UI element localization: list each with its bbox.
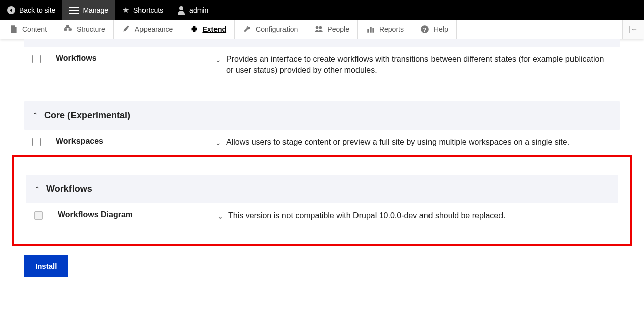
chevron-up-icon: ⌃ xyxy=(34,185,40,193)
reports-icon xyxy=(366,25,375,34)
content-icon xyxy=(9,25,18,34)
admin-menu: Content Structure Appearance Extend Conf… xyxy=(0,20,644,39)
svg-rect-2 xyxy=(69,29,72,30)
module-desc-workflows: Provides an interface to create workflow… xyxy=(226,54,612,76)
menu-content-label: Content xyxy=(22,25,47,33)
svg-point-4 xyxy=(319,26,322,29)
menu-structure-label: Structure xyxy=(77,25,105,33)
collapse-button[interactable]: |← xyxy=(622,20,644,39)
extend-icon xyxy=(189,25,198,34)
module-row-workflows-diagram: Workflows Diagram ⌄ This version is not … xyxy=(26,203,618,229)
checkbox-workflows-diagram xyxy=(34,211,43,220)
svg-text:?: ? xyxy=(423,27,427,33)
module-name-workspaces: Workspaces xyxy=(56,137,207,146)
section-title-core-experimental: Core (Experimental) xyxy=(44,110,130,121)
collapse-icon: |← xyxy=(629,25,638,33)
svg-rect-5 xyxy=(367,29,369,33)
section-header-workflows[interactable]: ⌃ Workflows xyxy=(26,175,618,203)
module-row-workspaces: Workspaces ⌄ Allows users to stage conte… xyxy=(24,130,620,155)
hamburger-icon xyxy=(69,7,79,14)
module-desc-workspaces: Allows users to stage content or preview… xyxy=(226,137,569,148)
manage-button[interactable]: Manage xyxy=(62,0,115,20)
svg-rect-7 xyxy=(372,28,374,33)
back-to-site-button[interactable]: Back to site xyxy=(0,0,62,20)
checkbox-workflows[interactable] xyxy=(32,55,41,63)
top-toolbar: Back to site Manage ★ Shortcuts admin xyxy=(0,0,644,20)
module-name-workflows-diagram: Workflows Diagram xyxy=(58,210,209,219)
svg-rect-0 xyxy=(67,25,69,27)
section-header-core-experimental[interactable]: ⌃ Core (Experimental) xyxy=(24,101,620,130)
menu-reports[interactable]: Reports xyxy=(358,20,412,39)
help-icon: ? xyxy=(420,25,430,34)
user-icon xyxy=(177,6,185,14)
menu-configuration[interactable]: Configuration xyxy=(235,20,306,39)
appearance-icon xyxy=(122,25,131,34)
user-menu-button[interactable]: admin xyxy=(170,0,216,20)
menu-help-label: Help xyxy=(434,25,448,33)
menu-help[interactable]: ? Help xyxy=(412,20,457,39)
star-icon: ★ xyxy=(122,5,129,15)
checkbox-workspaces[interactable] xyxy=(32,138,41,146)
svg-rect-1 xyxy=(64,29,66,30)
manage-label: Manage xyxy=(83,6,108,14)
menu-extend-label: Extend xyxy=(202,25,226,33)
menu-content[interactable]: Content xyxy=(1,20,55,39)
menu-appearance-label: Appearance xyxy=(135,25,173,33)
structure-icon xyxy=(63,25,73,34)
prior-section-header-slice xyxy=(24,39,620,47)
back-icon xyxy=(7,6,15,14)
chevron-down-icon[interactable]: ⌄ xyxy=(215,139,221,147)
svg-point-3 xyxy=(316,26,319,29)
chevron-down-icon[interactable]: ⌄ xyxy=(215,56,221,64)
menu-people[interactable]: People xyxy=(306,20,358,39)
back-label: Back to site xyxy=(19,6,55,14)
menu-people-label: People xyxy=(327,25,349,33)
section-title-workflows: Workflows xyxy=(46,184,92,194)
chevron-down-icon[interactable]: ⌄ xyxy=(217,212,223,220)
chevron-up-icon: ⌃ xyxy=(32,111,38,119)
menu-extend[interactable]: Extend xyxy=(181,20,235,39)
content-area: Workflows ⌄ Provides an interface to cre… xyxy=(0,39,644,297)
install-button[interactable]: Install xyxy=(24,255,68,277)
menu-configuration-label: Configuration xyxy=(256,25,298,33)
configuration-icon xyxy=(243,25,252,34)
menu-appearance[interactable]: Appearance xyxy=(114,20,182,39)
user-label: admin xyxy=(189,6,208,14)
highlight-box: ⌃ Workflows Workflows Diagram ⌄ This ver… xyxy=(12,155,632,245)
module-name-workflows: Workflows xyxy=(56,54,207,63)
module-desc-workflows-diagram: This version is not compatible with Drup… xyxy=(228,210,506,221)
module-row-workflows: Workflows ⌄ Provides an interface to cre… xyxy=(24,47,620,84)
menu-reports-label: Reports xyxy=(379,25,404,33)
shortcuts-button[interactable]: ★ Shortcuts xyxy=(115,0,170,20)
shortcuts-label: Shortcuts xyxy=(133,6,163,14)
svg-rect-6 xyxy=(370,27,371,33)
menu-structure[interactable]: Structure xyxy=(55,20,114,39)
people-icon xyxy=(314,25,323,34)
